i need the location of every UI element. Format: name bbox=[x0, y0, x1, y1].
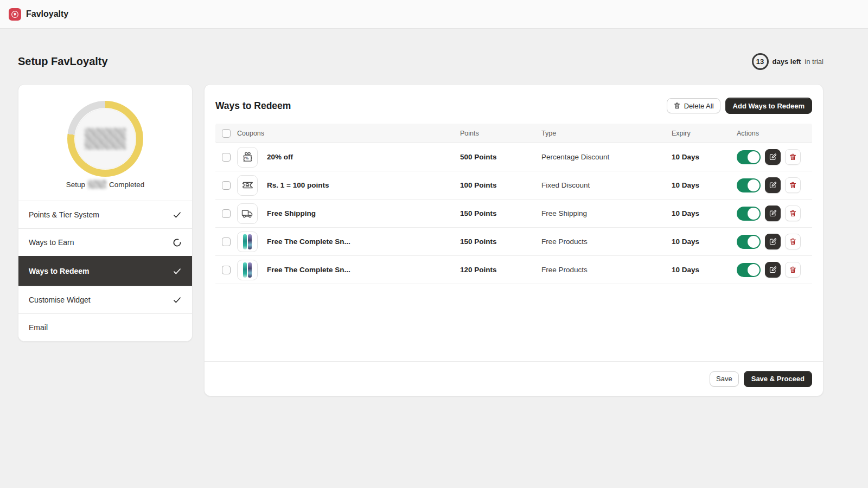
toggle-knob bbox=[748, 151, 760, 163]
coupon-points: 500 Points bbox=[460, 153, 541, 161]
setup-progress-label: Setup Completed bbox=[18, 180, 192, 189]
sidebar-item-label: Ways to Earn bbox=[29, 238, 74, 247]
sidebar-item-label: Points & Tier System bbox=[29, 210, 99, 219]
enable-toggle[interactable] bbox=[737, 235, 761, 249]
app-name: Favloyalty bbox=[26, 9, 68, 19]
header-actions: Actions bbox=[737, 130, 812, 137]
table-row: Rs. 1 = 100 points 100 Points Fixed Disc… bbox=[215, 171, 812, 200]
table-row: % 20% off 500 Points Percentage Discount… bbox=[215, 143, 812, 171]
coupon-points: 120 Points bbox=[460, 266, 541, 274]
row-checkbox[interactable] bbox=[222, 153, 231, 162]
sidebar-item-points-tier-system[interactable]: Points & Tier System bbox=[18, 201, 192, 228]
trial-days-left-text: days left bbox=[773, 57, 801, 66]
setup-sidebar: Setup Completed Points & Tier System Way… bbox=[18, 84, 193, 342]
coupon-points: 100 Points bbox=[460, 181, 541, 189]
edit-button[interactable] bbox=[765, 177, 781, 193]
row-checkbox[interactable] bbox=[222, 209, 231, 218]
edit-button[interactable] bbox=[765, 234, 781, 249]
trash-icon bbox=[673, 102, 681, 110]
select-all-checkbox[interactable] bbox=[222, 129, 231, 138]
header-points: Points bbox=[460, 130, 541, 137]
edit-button[interactable] bbox=[765, 262, 781, 278]
progress-label-suffix: Completed bbox=[109, 181, 144, 189]
enable-toggle[interactable] bbox=[737, 207, 761, 221]
toggle-knob bbox=[748, 208, 760, 220]
sidebar-item-label: Email bbox=[29, 323, 48, 332]
progress-label-prefix: Setup bbox=[66, 181, 85, 189]
favloyalty-logo-icon bbox=[9, 8, 21, 21]
truck-icon bbox=[237, 203, 258, 224]
sidebar-item-label: Ways to Redeem bbox=[29, 267, 90, 275]
coupon-expiry: 10 Days bbox=[672, 209, 737, 217]
card-footer: Save Save & Proceed bbox=[205, 361, 823, 396]
sidebar-item-ways-to-earn[interactable]: Ways to Earn bbox=[18, 228, 192, 256]
row-checkbox[interactable] bbox=[222, 181, 231, 190]
table-row: Free Shipping 150 Points Free Shipping 1… bbox=[215, 200, 812, 228]
row-checkbox[interactable] bbox=[222, 266, 231, 274]
coupons-table: Coupons Points Type Expiry Actions % 20%… bbox=[215, 124, 812, 284]
setup-progress-center bbox=[75, 108, 136, 169]
setup-progress-section: Setup Completed bbox=[18, 85, 192, 201]
save-and-proceed-button[interactable]: Save & Proceed bbox=[744, 371, 812, 387]
coupon-expiry: 10 Days bbox=[672, 266, 737, 274]
coupon-points: 150 Points bbox=[460, 237, 541, 246]
header-expiry: Expiry bbox=[672, 130, 737, 137]
coupon-name: Free The Complete Sn... bbox=[267, 237, 350, 246]
save-button[interactable]: Save bbox=[710, 371, 739, 387]
table-row: Free The Complete Sn... 150 Points Free … bbox=[215, 228, 812, 256]
header-coupons: Coupons bbox=[237, 130, 460, 137]
coupon-type: Free Products bbox=[541, 266, 672, 274]
card-header-actions: Delete All Add Ways to Redeem bbox=[667, 98, 812, 114]
sidebar-item-label: Customise Widget bbox=[29, 296, 91, 304]
coupon-name: Free The Complete Sn... bbox=[267, 266, 350, 274]
delete-button[interactable] bbox=[785, 177, 801, 193]
ways-to-redeem-card: Ways to Redeem Delete All Add Ways to Re… bbox=[204, 84, 824, 396]
table-row: Free The Complete Sn... 120 Points Free … bbox=[215, 256, 812, 284]
edit-button[interactable] bbox=[765, 149, 781, 165]
product-image-icon bbox=[237, 260, 258, 280]
card-header: Ways to Redeem Delete All Add Ways to Re… bbox=[205, 85, 823, 124]
enable-toggle[interactable] bbox=[737, 150, 761, 164]
edit-button[interactable] bbox=[765, 206, 781, 221]
delete-button[interactable] bbox=[785, 234, 801, 249]
delete-button[interactable] bbox=[785, 262, 801, 278]
trial-days-circle: 13 bbox=[752, 53, 769, 70]
toggle-knob bbox=[748, 264, 760, 276]
sidebar-item-customise-widget[interactable]: Customise Widget bbox=[18, 286, 192, 313]
delete-button[interactable] bbox=[785, 206, 801, 221]
setup-progress-donut bbox=[67, 101, 143, 177]
coupon-type: Percentage Discount bbox=[541, 153, 672, 161]
coupon-name: Rs. 1 = 100 points bbox=[267, 181, 329, 189]
coupon-ticket-icon bbox=[237, 175, 258, 196]
delete-button[interactable] bbox=[785, 149, 801, 165]
coupon-points: 150 Points bbox=[460, 209, 541, 217]
coupon-type: Free Products bbox=[541, 237, 672, 246]
coupon-name: Free Shipping bbox=[267, 209, 316, 217]
row-checkbox[interactable] bbox=[222, 237, 231, 246]
coupon-expiry: 10 Days bbox=[672, 237, 737, 246]
check-icon bbox=[173, 210, 182, 220]
delete-all-button[interactable]: Delete All bbox=[667, 98, 720, 113]
trial-badge: 13 days left in trial bbox=[752, 53, 824, 70]
card-title: Ways to Redeem bbox=[215, 100, 291, 112]
enable-toggle[interactable] bbox=[737, 263, 761, 277]
setup-steps-menu: Points & Tier System Ways to Earn Ways t… bbox=[18, 201, 192, 341]
redacted-progress-chip bbox=[88, 180, 106, 189]
enable-toggle[interactable] bbox=[737, 178, 761, 192]
header-type: Type bbox=[541, 130, 672, 137]
page-title: Setup FavLoyalty bbox=[18, 55, 108, 68]
toggle-knob bbox=[748, 179, 760, 191]
coupon-type: Free Shipping bbox=[541, 209, 672, 217]
add-ways-to-redeem-button[interactable]: Add Ways to Redeem bbox=[725, 98, 812, 114]
delete-all-label: Delete All bbox=[684, 102, 714, 110]
product-image-icon bbox=[237, 232, 258, 252]
sidebar-item-email[interactable]: Email bbox=[18, 313, 192, 341]
gift-percent-icon: % bbox=[237, 147, 258, 168]
coupon-type: Fixed Discount bbox=[541, 181, 672, 189]
table-body: % 20% off 500 Points Percentage Discount… bbox=[215, 143, 812, 284]
sidebar-item-ways-to-redeem[interactable]: Ways to Redeem bbox=[18, 256, 192, 286]
spinner-icon bbox=[173, 238, 182, 247]
coupon-name: 20% off bbox=[267, 153, 293, 161]
toggle-knob bbox=[748, 236, 760, 248]
table-header-row: Coupons Points Type Expiry Actions bbox=[215, 124, 812, 143]
